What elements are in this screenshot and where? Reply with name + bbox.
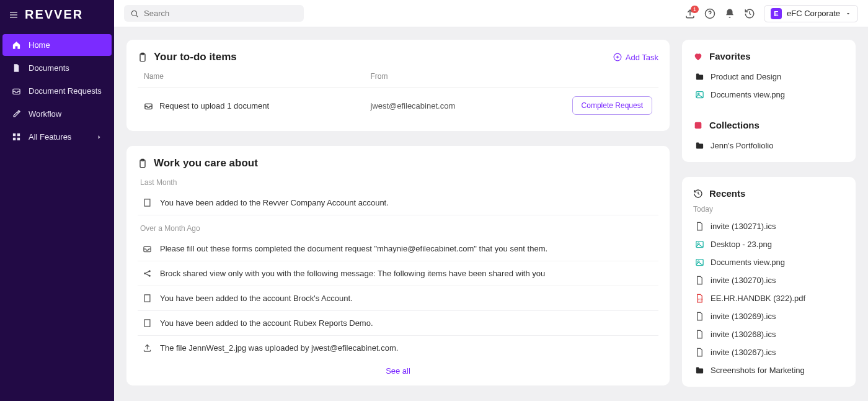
- complete-request-button[interactable]: Complete Request: [572, 96, 652, 115]
- collections-icon: [693, 120, 703, 130]
- todo-name: Request to upload 1 document: [159, 101, 269, 110]
- see-all-link[interactable]: See all: [138, 360, 658, 378]
- heart-icon: [693, 52, 703, 61]
- folder-icon: [694, 72, 704, 81]
- collections-title: Collections: [709, 120, 760, 130]
- work-card: Work you care about Last Month You have …: [126, 146, 670, 385]
- svg-rect-21: [144, 199, 150, 206]
- account-selector[interactable]: E eFC Corporate: [764, 5, 858, 22]
- list-item[interactable]: Desktop - 23.png: [693, 235, 844, 253]
- folder-icon: [694, 141, 704, 150]
- file-icon: [694, 330, 704, 339]
- list-item[interactable]: Documents view.png: [693, 253, 844, 271]
- list-item-label: Documents view.png: [711, 258, 785, 267]
- list-item[interactable]: invite (130269).ics: [693, 307, 844, 325]
- sidebar-item-label: Home: [29, 40, 50, 50]
- list-item-label: Documents view.png: [711, 90, 785, 99]
- inbox-icon: [144, 101, 153, 110]
- list-item[interactable]: invite (130267).ics: [693, 343, 844, 361]
- inbox-icon: [11, 86, 21, 96]
- building-icon: [141, 294, 153, 303]
- activity-text: You have been added to the Revver Compan…: [160, 198, 389, 207]
- sidebar-item-label: Documents: [29, 63, 69, 73]
- list-item[interactable]: invite (130271).ics: [693, 217, 844, 235]
- upload-badge: 1: [691, 6, 699, 13]
- search-icon: [130, 9, 139, 18]
- list-item-label: Screenshots for Marketing: [711, 366, 805, 375]
- tools-icon: [11, 109, 21, 119]
- file-icon: [694, 312, 704, 321]
- todo-from: jwest@efilecabinet.com: [370, 101, 559, 110]
- list-item-label: invite (130270).ics: [711, 276, 776, 285]
- activity-text: The file JennWest_2.jpg was uploaded by …: [160, 343, 398, 353]
- list-item[interactable]: invite (130270).ics: [693, 271, 844, 289]
- activity-row[interactable]: The file JennWest_2.jpg was uploaded by …: [138, 336, 658, 360]
- home-icon: [11, 40, 21, 50]
- col-from: From: [370, 72, 559, 81]
- list-item[interactable]: invite (130268).ics: [693, 325, 844, 343]
- recents-icon: [693, 189, 703, 199]
- document-icon: [11, 63, 21, 73]
- list-item-label: invite (130269).ics: [711, 312, 776, 321]
- avatar: E: [771, 8, 782, 19]
- svg-rect-7: [17, 138, 19, 140]
- activity-row[interactable]: You have been added to the Revver Compan…: [138, 191, 658, 215]
- history-icon[interactable]: [744, 8, 755, 19]
- sidebar-item-label: All Features: [29, 132, 71, 142]
- inbox-icon: [141, 244, 153, 253]
- list-item-label: invite (130267).ics: [711, 348, 776, 357]
- activity-row[interactable]: You have been added to the account Rubex…: [138, 311, 658, 336]
- list-item[interactable]: PDF EE.HR.HANDBK (322).pdf: [693, 289, 844, 307]
- list-item-label: invite (130268).ics: [711, 330, 776, 339]
- sidebar-item-label: Document Requests: [29, 86, 102, 96]
- activity-group-label: Last Month: [140, 178, 656, 187]
- svg-line-9: [136, 15, 138, 17]
- sidebar-item-all-features[interactable]: All Features: [2, 126, 112, 148]
- image-icon: [694, 258, 704, 267]
- add-task-button[interactable]: Add Task: [613, 53, 658, 62]
- svg-rect-30: [144, 295, 150, 302]
- activity-row[interactable]: You have been added to the account Brock…: [138, 286, 658, 311]
- sidebar: REVVER Home Documents Document Requests …: [0, 0, 114, 401]
- activity-row[interactable]: Brock shared view only with you with the…: [138, 261, 658, 286]
- activity-text: Brock shared view only with you with the…: [160, 269, 545, 278]
- building-icon: [141, 198, 153, 207]
- list-item[interactable]: Jenn's Portfoliolio: [693, 137, 844, 155]
- list-item[interactable]: Screenshots for Marketing: [693, 361, 844, 379]
- list-item[interactable]: Documents view.png: [693, 86, 844, 104]
- sidebar-item-document-requests[interactable]: Document Requests: [2, 80, 112, 102]
- todo-table-header: Name From: [138, 63, 658, 87]
- upload-icon[interactable]: 1: [684, 8, 696, 19]
- file-icon: [694, 276, 704, 285]
- search-input[interactable]: [144, 9, 298, 18]
- sidebar-item-label: Workflow: [29, 109, 61, 119]
- list-item-label: invite (130271).ics: [711, 222, 776, 231]
- sidebar-nav: Home Documents Document Requests Workflo…: [0, 29, 114, 153]
- hamburger-icon[interactable]: [9, 10, 19, 20]
- activity-row[interactable]: Please fill out these forms completed th…: [138, 237, 658, 261]
- list-item-label: EE.HR.HANDBK (322).pdf: [711, 294, 805, 303]
- sidebar-item-home[interactable]: Home: [2, 34, 112, 56]
- image-icon: [694, 90, 704, 99]
- share-icon: [141, 269, 153, 278]
- help-icon[interactable]: [704, 8, 715, 19]
- activity-group-label: Over a Month Ago: [140, 224, 656, 233]
- list-item[interactable]: Product and Design: [693, 68, 844, 86]
- favorites-panel: Favorites Product and Design Documents v…: [682, 40, 856, 162]
- svg-rect-43: [695, 122, 702, 128]
- list-item-label: Product and Design: [711, 72, 781, 81]
- col-name: Name: [144, 72, 370, 81]
- search-box[interactable]: [124, 5, 304, 22]
- sidebar-item-documents[interactable]: Documents: [2, 57, 112, 79]
- activity-text: Please fill out these forms completed th…: [160, 244, 547, 253]
- svg-rect-35: [144, 320, 150, 327]
- activity-text: You have been added to the account Brock…: [160, 294, 353, 303]
- todo-title: Your to-do items: [154, 51, 237, 63]
- account-name: eFC Corporate: [787, 9, 840, 18]
- chevron-down-icon: [845, 11, 851, 17]
- add-task-label: Add Task: [626, 53, 658, 62]
- building-icon: [141, 318, 153, 328]
- sidebar-item-workflow[interactable]: Workflow: [2, 103, 112, 125]
- recents-panel: Recents Today invite (130271).ics Deskto…: [682, 177, 856, 387]
- bell-icon[interactable]: [724, 8, 735, 19]
